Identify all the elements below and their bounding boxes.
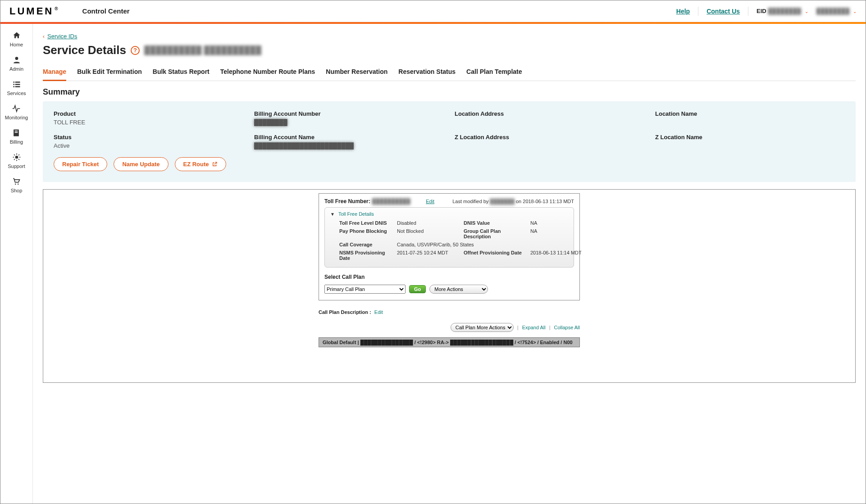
help-link[interactable]: Help <box>676 8 690 15</box>
toll-key: DNIS Value <box>464 220 527 226</box>
page-title-row: Service Details ? ██████████ ██████████ <box>43 43 856 57</box>
summary-field: Location Name <box>655 110 845 126</box>
call-plan-select[interactable]: Primary Call Plan <box>324 285 406 294</box>
sidebar-item-label: Monitoring <box>5 115 28 120</box>
select-call-plan-label: Select Call Plan <box>324 274 574 280</box>
name-update-button[interactable]: Name Update <box>114 157 168 171</box>
summary-field: Billing Account Name ███████████████████… <box>254 134 444 149</box>
sidebar-item-label: Shop <box>11 188 23 193</box>
toll-details-title: Toll Free Details <box>338 211 374 217</box>
toll-key: Offnet Provisioning Date <box>464 250 527 261</box>
sidebar-item-support[interactable]: Support <box>8 153 25 169</box>
tab-bulk-status-report[interactable]: Bulk Status Report <box>153 65 210 81</box>
sidebar-item-label: Admin <box>9 66 23 72</box>
contact-link[interactable]: Contact Us <box>706 8 740 15</box>
help-icon[interactable]: ? <box>131 46 140 55</box>
account-value: ████████ <box>816 8 850 14</box>
tab-reservation-status[interactable]: Reservation Status <box>398 65 456 81</box>
tab-call-plan-template[interactable]: Call Plan Template <box>466 65 522 81</box>
summary-field: Product TOLL FREE <box>54 110 243 126</box>
home-icon <box>12 31 21 40</box>
go-button[interactable]: Go <box>409 285 426 293</box>
summary-field: Billing Account Number ████████ <box>254 110 444 126</box>
summary-buttons: Repair Ticket Name Update EZ Route <box>54 157 845 171</box>
summary-label: Status <box>54 134 243 141</box>
toll-key: Call Coverage <box>339 242 393 247</box>
modified-user: ███████ <box>490 199 515 204</box>
eid-menu[interactable]: EID ████████ ⌄ <box>757 8 808 14</box>
toll-key: Pay Phone Blocking <box>339 228 393 239</box>
tab-bulk-edit-termination[interactable]: Bulk Edit Termination <box>77 65 142 81</box>
svg-point-12 <box>18 184 19 185</box>
toll-header: Toll Free Number: ██████████ Edit Last m… <box>324 198 574 204</box>
chevron-down-icon: ⌄ <box>853 9 857 14</box>
sidebar-item-shop[interactable]: Shop <box>11 177 23 193</box>
summary-value: Active <box>54 142 243 149</box>
list-icon <box>12 80 21 89</box>
collapse-all-link[interactable]: Collapse All <box>554 325 580 330</box>
summary-value: ████████ <box>254 119 444 126</box>
summary-label: Billing Account Name <box>254 134 444 141</box>
global-default-row[interactable]: Global Default | ███████████████ / <!298… <box>319 337 580 347</box>
sidebar-item-label: Billing <box>10 139 23 145</box>
svg-rect-9 <box>15 132 18 133</box>
breadcrumb-link[interactable]: Service IDs <box>47 33 77 40</box>
toll-details-card: ▼ Toll Free Details Toll Free Level DNIS… <box>324 207 574 268</box>
sidebar-item-monitoring[interactable]: Monitoring <box>5 104 28 120</box>
sidebar-item-label: Services <box>7 91 26 96</box>
page-subtitle: ██████████ ██████████ <box>144 45 261 55</box>
summary-field: Z Location Address <box>455 134 644 149</box>
svg-point-10 <box>15 156 18 159</box>
toll-val: Disabled <box>397 220 460 226</box>
tab-telephone-route-plans[interactable]: Telephone Number Route Plans <box>220 65 315 81</box>
sidebar: Home Admin Services Monitoring Billing S… <box>0 24 33 504</box>
svg-rect-3 <box>13 84 14 85</box>
summary-label: Billing Account Number <box>254 110 444 117</box>
sidebar-item-services[interactable]: Services <box>7 80 26 96</box>
summary-grid: Product TOLL FREE Billing Account Number… <box>54 110 845 149</box>
topbar: LUMEN® Control Center Help Contact Us EI… <box>0 0 866 22</box>
toll-val: NA <box>530 228 584 239</box>
ez-route-button[interactable]: EZ Route <box>175 157 226 171</box>
tab-manage[interactable]: Manage <box>43 65 66 81</box>
toll-details-grid: Toll Free Level DNIS Disabled DNIS Value… <box>330 220 568 261</box>
toll-details-toggle[interactable]: ▼ Toll Free Details <box>330 211 568 217</box>
cpd-edit-link[interactable]: Edit <box>374 309 383 315</box>
breadcrumb: ‹ Service IDs <box>43 33 856 40</box>
divider <box>748 7 748 16</box>
repair-ticket-button[interactable]: Repair Ticket <box>54 157 107 171</box>
sidebar-item-label: Support <box>8 163 25 169</box>
svg-rect-2 <box>15 82 20 83</box>
call-plan-more-actions-select[interactable]: Call Plan More Actions <box>451 323 514 332</box>
activity-icon <box>12 104 21 113</box>
app-title: Control Center <box>82 7 130 15</box>
more-actions-select[interactable]: More Actions <box>429 285 488 294</box>
summary-field: Location Address <box>455 110 644 126</box>
tab-number-reservation[interactable]: Number Reservation <box>326 65 387 81</box>
page-title: Service Details <box>43 43 126 57</box>
support-icon <box>12 153 21 162</box>
inner-frame: Toll Free Number: ██████████ Edit Last m… <box>43 189 856 383</box>
sidebar-item-home[interactable]: Home <box>10 31 23 47</box>
toll-key: NSMS Provisioning Date <box>339 250 393 261</box>
user-icon <box>12 55 21 64</box>
chevron-down-icon: ⌄ <box>805 9 808 14</box>
summary-box: Product TOLL FREE Billing Account Number… <box>43 101 856 182</box>
summary-value: ████████████████████████ <box>254 142 444 149</box>
toll-val: Not Blocked <box>397 228 460 239</box>
svg-point-11 <box>15 184 17 185</box>
expand-all-link[interactable]: Expand All <box>522 325 546 330</box>
sidebar-item-billing[interactable]: Billing <box>10 128 23 145</box>
last-modified: Last modified by ███████ on 2018-06-13 1… <box>452 199 574 204</box>
summary-field: Status Active <box>54 134 243 149</box>
toll-edit-link[interactable]: Edit <box>426 199 434 204</box>
summary-label: Location Name <box>655 110 845 117</box>
chevron-left-icon: ‹ <box>43 33 45 40</box>
cart-icon <box>12 177 21 186</box>
cpma-row: Call Plan More Actions | Expand All | Co… <box>319 323 580 332</box>
sidebar-item-admin[interactable]: Admin <box>9 55 23 72</box>
summary-heading: Summary <box>43 87 856 97</box>
app-root: LUMEN® Control Center Help Contact Us EI… <box>0 0 866 504</box>
account-menu[interactable]: ████████ ⌄ <box>816 8 857 14</box>
eid-value: ████████ <box>768 8 801 14</box>
